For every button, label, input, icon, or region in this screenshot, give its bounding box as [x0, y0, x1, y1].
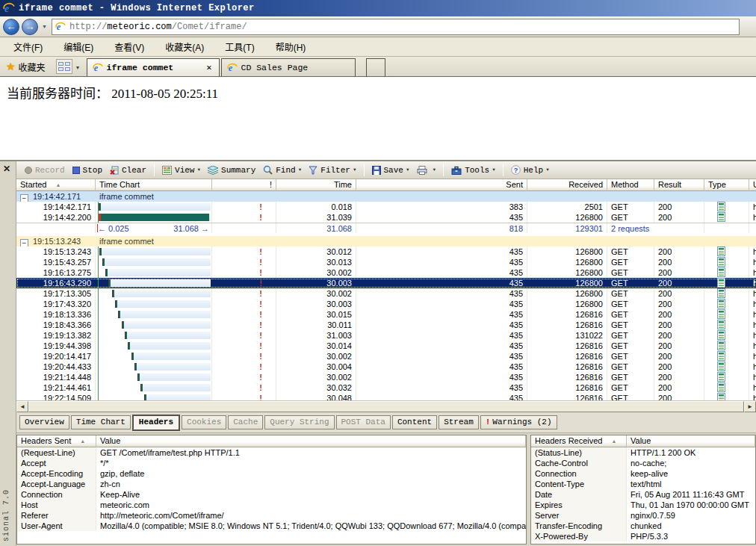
tab-warnings-2-[interactable]: !Warnings (2): [480, 415, 557, 429]
request-row[interactable]: 19:21:44.461!30.032435126816GET200h: [16, 382, 756, 393]
method-cell: GET: [607, 267, 654, 278]
tab-time-chart[interactable]: Time Chart: [71, 415, 131, 429]
header-row[interactable]: Transfer-Encodingchunked: [531, 521, 755, 531]
scrollbar-thumb[interactable]: [28, 401, 744, 412]
menu-item[interactable]: 工具(T): [217, 37, 261, 56]
request-group-row[interactable]: −19:14:42.171iframe commet: [16, 191, 756, 202]
header-row[interactable]: Accept-Languagezh-cn: [17, 479, 526, 489]
col-time[interactable]: Time: [276, 179, 356, 191]
request-row[interactable]: 19:19:13.382!31.003435131022GET200h: [16, 330, 756, 341]
header-row[interactable]: X-Powered-ByPHP/5.3.3: [531, 531, 755, 542]
browser-tab[interactable]: eCD Sales Page: [221, 58, 356, 76]
request-row[interactable]: 19:16:43.290!30.003435126800GET200h: [16, 278, 756, 288]
request-row[interactable]: 19:17:43.320!30.003435126800GET200h: [16, 299, 756, 309]
header-row[interactable]: DateFri, 05 Aug 2011 11:16:43 GMT: [531, 489, 755, 500]
save-button[interactable]: Save▼: [368, 164, 413, 176]
request-row[interactable]: 19:18:43.366!30.011435126816GET200h: [16, 320, 756, 330]
quick-tabs-button[interactable]: [56, 59, 72, 74]
header-row[interactable]: Content-Typetext/html: [531, 479, 755, 489]
header-row[interactable]: Hostmeteoric.com: [17, 500, 526, 510]
header-row[interactable]: User-AgentMozilla/4.0 (compatible; MSIE …: [17, 521, 526, 531]
header-row[interactable]: Accept-Encodinggzip, deflate: [17, 468, 526, 479]
tab-headers[interactable]: Headers: [132, 415, 180, 431]
stop-button[interactable]: Stop: [69, 164, 106, 176]
header-row[interactable]: Cache-Controlno-cache;: [531, 458, 755, 468]
tab-cookies[interactable]: Cookies: [182, 415, 226, 429]
summary-button[interactable]: Summary: [204, 164, 259, 176]
header-row[interactable]: Refererhttp://meteoric.com/Comet/iframe/: [17, 510, 526, 521]
find-button[interactable]: Find▼: [259, 164, 305, 176]
header-row[interactable]: ExpiresThu, 01 Jan 1970 00:00:00 GMT: [531, 500, 755, 510]
request-row[interactable]: 19:16:13.275!30.002435126800GET200h: [16, 267, 756, 278]
col-time-chart[interactable]: Time Chart: [96, 179, 212, 191]
header-row[interactable]: Accept*/*: [17, 458, 526, 468]
col-received[interactable]: Received: [527, 179, 607, 191]
tab-cache[interactable]: Cache: [228, 415, 263, 429]
header-row[interactable]: (Request-Line)GET /Comet/iframe/test.php…: [17, 447, 526, 458]
request-row[interactable]: 19:22:14.509!30.048435126816GET200h: [16, 393, 756, 400]
request-group-row[interactable]: −19:15:13.243iframe commet: [16, 236, 756, 246]
headers-received-value-column[interactable]: Value: [627, 435, 755, 447]
col-result[interactable]: Result: [654, 179, 704, 191]
header-row[interactable]: Servernginx/0.7.59: [531, 510, 755, 521]
collapse-icon[interactable]: −: [20, 239, 28, 246]
tab-list-dropdown[interactable]: ▼: [75, 65, 81, 70]
browser-tab[interactable]: eiframe commet✕: [87, 58, 220, 76]
header-row[interactable]: Connectionkeep-alive: [531, 468, 755, 479]
col-type[interactable]: Type: [704, 179, 749, 191]
back-button[interactable]: ←: [3, 19, 19, 35]
menu-item[interactable]: 帮助(H): [268, 37, 314, 56]
menu-item[interactable]: 文件(F): [6, 37, 50, 56]
favorites-button[interactable]: ★ 收藏夹: [3, 58, 52, 75]
tab-close-icon[interactable]: ✕: [205, 62, 213, 73]
tools-button[interactable]: Tools▼: [447, 164, 499, 176]
chart-receive-bar: [140, 384, 143, 391]
col-method[interactable]: Method: [607, 179, 654, 191]
clear-button[interactable]: Clear: [106, 164, 150, 176]
filter-button[interactable]: Filter▼: [305, 164, 359, 176]
request-row[interactable]: 19:20:14.417!30.002435126816GET200h: [16, 351, 756, 362]
close-panel-button[interactable]: ✕: [3, 165, 10, 173]
request-row[interactable]: 19:14:42.200!31.039435126800GET200h: [16, 212, 756, 223]
forward-button[interactable]: →: [22, 19, 38, 35]
record-button[interactable]: Record: [21, 164, 69, 176]
recent-pages-dropdown[interactable]: ▼: [42, 24, 47, 29]
request-row[interactable]: 19:15:43.257!30.013435126800GET200h: [16, 257, 756, 267]
warning-icon: !: [259, 213, 272, 222]
chart-start-line: [98, 362, 99, 372]
request-row[interactable]: 19:19:44.398!30.014435126816GET200h: [16, 341, 756, 351]
menu-item[interactable]: 收藏夹(A): [158, 37, 211, 56]
view-button[interactable]: View▼: [158, 164, 204, 176]
new-tab-stub[interactable]: [366, 58, 385, 76]
tab-content[interactable]: Content: [392, 415, 437, 429]
request-row[interactable]: 19:21:14.448!30.002435126816GET200h: [16, 372, 756, 382]
request-row[interactable]: 19:20:44.433!30.004435126816GET200h: [16, 362, 756, 372]
help-button[interactable]: ? Help▼: [507, 164, 553, 176]
scroll-left-button[interactable]: ◄: [16, 401, 28, 412]
col-started[interactable]: Started▲: [16, 179, 96, 191]
header-row[interactable]: (Status-Line)HTTP/1.1 200 OK: [531, 447, 755, 458]
header-name: Date: [531, 489, 627, 500]
collapse-icon[interactable]: −: [20, 194, 28, 202]
col-sent[interactable]: Sent: [356, 179, 527, 191]
tab-overview[interactable]: Overview: [19, 415, 69, 429]
warning-icon: !: [259, 331, 272, 340]
headers-sent-value-column[interactable]: Value: [96, 435, 526, 447]
menu-item[interactable]: 编辑(E): [56, 37, 101, 56]
headers-sent-name-column[interactable]: Headers Sent▲: [17, 435, 96, 447]
menu-item[interactable]: 查看(V): [107, 37, 152, 56]
request-row[interactable]: 19:17:13.305!30.002435126800GET200h: [16, 288, 756, 299]
tab-stream[interactable]: Stream: [439, 415, 479, 429]
header-row[interactable]: ConnectionKeep-Alive: [17, 489, 526, 500]
col-warning[interactable]: !: [212, 179, 276, 191]
tab-post-data[interactable]: POST Data: [336, 415, 391, 429]
tab-query-string[interactable]: Query String: [264, 415, 334, 429]
request-row[interactable]: 19:15:13.243!30.012435126800GET200h: [16, 246, 756, 257]
print-button[interactable]: ▼: [413, 164, 440, 176]
address-input[interactable]: e http://meteoric.com/Comet/iframe/: [52, 19, 740, 35]
request-row[interactable]: 19:14:42.171!0.0183832501GET200h: [16, 202, 756, 212]
scroll-right-button[interactable]: ►: [744, 401, 756, 412]
headers-received-name-column[interactable]: Headers Received▲: [531, 435, 627, 447]
col-url[interactable]: U: [749, 179, 756, 191]
request-row[interactable]: 19:18:13.336!30.015435126816GET200h: [16, 309, 756, 320]
